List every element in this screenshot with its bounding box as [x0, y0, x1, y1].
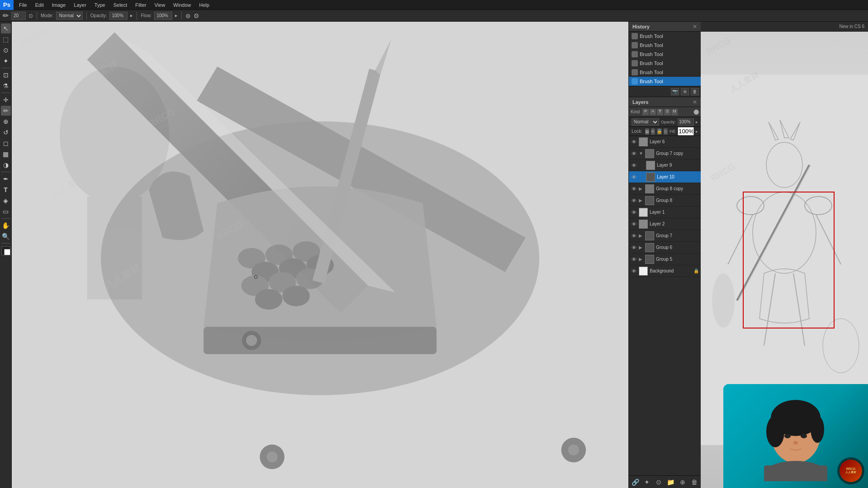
- visibility-eye-group8copy[interactable]: 👁: [631, 186, 637, 192]
- artboard-icon[interactable]: ⊙: [664, 128, 668, 135]
- link-layers-btn[interactable]: 🔗: [631, 478, 640, 487]
- history-item-1[interactable]: Brush Tool: [629, 41, 701, 50]
- filter-toggle[interactable]: ⬤: [693, 109, 699, 115]
- layer-item-background[interactable]: 👁 Background 🔒: [629, 265, 701, 277]
- layer-item-layer1[interactable]: 👁 Layer 1: [629, 206, 701, 218]
- expand-group5[interactable]: ▶: [639, 257, 643, 262]
- blend-mode-select[interactable]: Normal: [632, 118, 659, 126]
- layer-item-group5[interactable]: 👁 ▶ Group 5: [629, 253, 701, 265]
- mode-select[interactable]: Normal: [56, 12, 83, 20]
- visibility-eye-layer2[interactable]: 👁: [631, 221, 637, 227]
- layer-item-layer2[interactable]: 👁 Layer 2: [629, 218, 701, 230]
- menu-image[interactable]: Image: [48, 1, 70, 9]
- foreground-color[interactable]: [1, 246, 10, 255]
- watermark-cn-text: 人人素材: [845, 470, 856, 474]
- history-close[interactable]: ✕: [693, 23, 697, 30]
- delete-layer-btn[interactable]: 🗑: [690, 478, 699, 487]
- airbrush-icon[interactable]: ⊛: [185, 12, 191, 19]
- visibility-eye-group7[interactable]: 👁: [631, 233, 637, 239]
- menu-file[interactable]: File: [15, 1, 31, 9]
- history-item-2[interactable]: Brush Tool: [629, 50, 701, 59]
- history-delete[interactable]: 🗑: [691, 88, 699, 95]
- menu-view[interactable]: View: [151, 1, 169, 9]
- tool-zoom[interactable]: 🔍: [1, 231, 11, 241]
- visibility-eye-layer6[interactable]: 👁: [631, 139, 637, 145]
- tool-brush[interactable]: ✏: [1, 106, 11, 116]
- menu-help[interactable]: Help: [195, 1, 213, 9]
- history-create-snapshot[interactable]: 📷: [671, 88, 679, 95]
- menu-window[interactable]: Window: [170, 1, 194, 9]
- visibility-eye-layer1[interactable]: 👁: [631, 209, 637, 216]
- tool-type[interactable]: T: [1, 185, 11, 195]
- expand-group6[interactable]: ▶: [639, 245, 643, 250]
- layer-item-layer6[interactable]: 👁 Layer 6: [629, 136, 701, 148]
- filter-smart-icon[interactable]: M: [671, 109, 678, 115]
- layer-item-layer10[interactable]: 👁 Layer 10: [629, 171, 701, 183]
- filter-shape-icon[interactable]: S: [664, 109, 670, 115]
- history-item-0[interactable]: Brush Tool: [629, 32, 701, 41]
- layer-item-group7copy[interactable]: 👁 ▼ Group 7 copy: [629, 148, 701, 160]
- fill-input[interactable]: [678, 127, 694, 136]
- tool-eyedropper[interactable]: ⚗: [1, 81, 11, 91]
- canvas-area[interactable]: RRCG 人人素材 RRCG 人人素材 RRCG 八人素材: [12, 22, 628, 488]
- history-item-3[interactable]: Brush Tool: [629, 59, 701, 68]
- lock-all-icon[interactable]: 🔒: [657, 128, 662, 135]
- tool-shape[interactable]: ▭: [1, 206, 11, 216]
- add-mask-btn[interactable]: ⊙: [654, 478, 663, 487]
- tool-clone[interactable]: ⊕: [1, 117, 11, 127]
- menu-edit[interactable]: Edit: [32, 1, 47, 9]
- menu-select[interactable]: Select: [110, 1, 131, 9]
- visibility-eye-group5[interactable]: 👁: [631, 256, 637, 263]
- visibility-eye-layer10[interactable]: 👁: [631, 174, 637, 180]
- lock-position-icon[interactable]: ✛: [651, 128, 655, 135]
- create-layer-btn[interactable]: ⊕: [678, 478, 687, 487]
- layer-item-group7[interactable]: 👁 ▶ Group 7: [629, 230, 701, 242]
- menu-filter[interactable]: Filter: [132, 1, 150, 9]
- tool-dodge[interactable]: ◑: [1, 160, 11, 170]
- tool-gradient[interactable]: ▦: [1, 149, 11, 159]
- tool-history-brush[interactable]: ↺: [1, 127, 11, 137]
- create-group-btn[interactable]: 📁: [666, 478, 675, 487]
- visibility-eye-group7copy[interactable]: 👁: [631, 150, 637, 157]
- preview-panel: New in CS 6: [701, 22, 868, 488]
- tool-magic-wand[interactable]: ✦: [1, 56, 11, 66]
- filter-adjust-icon[interactable]: A: [650, 109, 656, 115]
- layer-item-group8copy[interactable]: 👁 ▶ Group 8 copy: [629, 183, 701, 195]
- tool-pen[interactable]: ✒: [1, 174, 11, 184]
- opacity-ctrl[interactable]: [678, 118, 694, 126]
- layers-close[interactable]: ✕: [693, 99, 697, 105]
- menu-layer[interactable]: Layer: [70, 1, 90, 9]
- layer-item-group6[interactable]: 👁 ▶ Group 6: [629, 242, 701, 253]
- tool-lasso[interactable]: ⊙: [1, 45, 11, 55]
- visibility-eye-layer9[interactable]: 👁: [631, 162, 637, 169]
- filter-pixel-icon[interactable]: P: [642, 109, 649, 115]
- visibility-eye-group8[interactable]: 👁: [631, 197, 637, 204]
- brush-settings-icon[interactable]: ⚙: [193, 12, 199, 19]
- opacity-input[interactable]: [109, 12, 127, 20]
- history-item-5[interactable]: Brush Tool: [629, 77, 701, 86]
- tool-healing[interactable]: ✛: [1, 95, 11, 105]
- visibility-eye-group6[interactable]: 👁: [631, 244, 637, 251]
- layer-item-group8[interactable]: 👁 ▶ Group 8: [629, 195, 701, 206]
- tool-move[interactable]: ↖: [1, 23, 11, 33]
- tool-marquee[interactable]: ⬚: [1, 34, 11, 44]
- tool-hand[interactable]: ✋: [1, 221, 11, 230]
- filter-type-icon[interactable]: T: [657, 109, 663, 115]
- tool-crop[interactable]: ⊡: [1, 70, 11, 80]
- brush-size-input[interactable]: [11, 12, 26, 20]
- layer-item-layer9[interactable]: 👁 Layer 9: [629, 160, 701, 171]
- history-item-4[interactable]: Brush Tool: [629, 68, 701, 77]
- expand-group8[interactable]: ▶: [639, 198, 643, 203]
- visibility-eye-background[interactable]: 👁: [631, 268, 637, 274]
- background-color[interactable]: [4, 249, 10, 255]
- tool-eraser[interactable]: ◻: [1, 138, 11, 148]
- tool-path-select[interactable]: ◈: [1, 196, 11, 206]
- flow-input[interactable]: [154, 12, 172, 20]
- menu-type[interactable]: Type: [91, 1, 109, 9]
- expand-group7[interactable]: ▶: [639, 233, 643, 238]
- lock-pixels-icon[interactable]: ▦: [645, 128, 649, 135]
- expand-group8copy[interactable]: ▶: [639, 186, 643, 191]
- expand-group7copy[interactable]: ▼: [639, 151, 643, 156]
- add-effect-btn[interactable]: ✦: [642, 478, 651, 487]
- history-create-new[interactable]: ⊕: [681, 88, 689, 95]
